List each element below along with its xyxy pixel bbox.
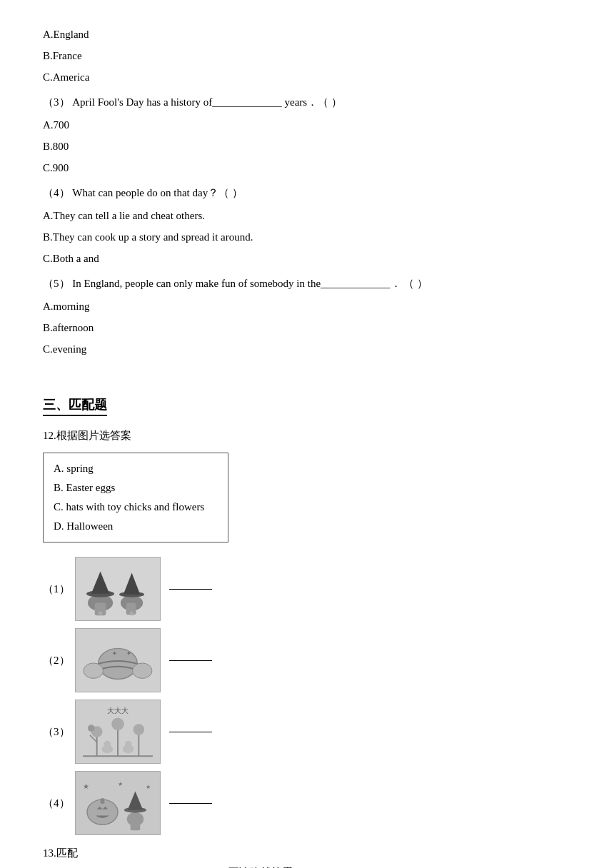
option-4b: B.They can cook up a story and spread it… — [43, 228, 571, 246]
option-england: A.England — [43, 26, 571, 43]
question-3: （3） April Fool's Day has a history of___… — [43, 93, 571, 112]
image-label-4: （4） — [43, 797, 75, 810]
svg-point-29 — [104, 741, 111, 748]
answer-blank-2[interactable] — [169, 660, 212, 661]
image-label-2: （2） — [43, 654, 75, 667]
image-label-3: （3） — [43, 725, 75, 739]
answer-blank-4[interactable] — [169, 803, 212, 804]
choice-b: B. Easter eggs — [54, 478, 218, 498]
svg-text:★: ★ — [118, 781, 123, 787]
svg-rect-40 — [131, 819, 141, 830]
svg-rect-0 — [76, 557, 159, 620]
option-700: A.700 — [43, 116, 571, 133]
image-match-row-3: （3） 大大大 — [43, 700, 571, 764]
svg-point-24 — [111, 717, 124, 730]
image-match-row-2: （2） ✦ ✦ — [43, 628, 571, 692]
option-900: C.900 — [43, 159, 571, 176]
svg-text:★: ★ — [83, 782, 89, 790]
image-1 — [75, 557, 161, 621]
option-5a: A.morning — [43, 298, 571, 315]
svg-point-13 — [84, 663, 103, 679]
choice-d: D. Halloween — [54, 517, 218, 536]
answer-blank-1[interactable] — [169, 589, 212, 590]
option-4a: A.They can tell a lie and cheat others. — [43, 207, 571, 224]
svg-text:★: ★ — [146, 784, 151, 790]
image-4: ★ ★ ★ — [75, 771, 161, 835]
svg-point-12 — [99, 648, 138, 679]
question-5: （5） In England, people can only make fun… — [43, 274, 571, 293]
option-5c: C.evening — [43, 340, 571, 358]
section-title-3: 三、匹配题 — [43, 396, 107, 416]
option-800: B.800 — [43, 138, 571, 155]
image-2: ✦ ✦ — [75, 628, 161, 692]
choice-c: C. hats with toy chicks and flowers — [54, 498, 218, 517]
svg-point-14 — [133, 663, 152, 679]
svg-point-31 — [125, 741, 132, 748]
option-4c: C.Both a and — [43, 250, 571, 267]
svg-text:✦: ✦ — [112, 650, 117, 657]
svg-rect-34 — [101, 798, 105, 804]
image-3: 大大大 — [75, 700, 161, 764]
option-5b: B.afternoon — [43, 319, 571, 336]
svg-point-10 — [130, 611, 134, 615]
svg-text:大大大: 大大大 — [107, 707, 129, 715]
svg-point-26 — [134, 724, 145, 735]
image-match-row-4: （4） ★ ★ ★ — [43, 771, 571, 835]
image-label-1: （1） — [43, 582, 75, 596]
svg-text:✦: ✦ — [126, 650, 131, 657]
image-match-row-1: （1） — [43, 557, 571, 621]
question-4: （4） What can people do on that day？（ ） — [43, 183, 571, 203]
svg-point-22 — [88, 725, 95, 732]
choice-a: A. spring — [54, 459, 218, 478]
answer-blank-3[interactable] — [169, 732, 212, 732]
svg-point-9 — [99, 611, 103, 615]
q13-label: 13.匹配 — [43, 847, 571, 860]
option-america: C.America — [43, 69, 571, 86]
q12-label: 12.根据图片选答案 — [43, 429, 571, 443]
match-choices-box: A. spring B. Easter eggs C. hats with to… — [43, 453, 228, 542]
option-france: B.France — [43, 47, 571, 64]
